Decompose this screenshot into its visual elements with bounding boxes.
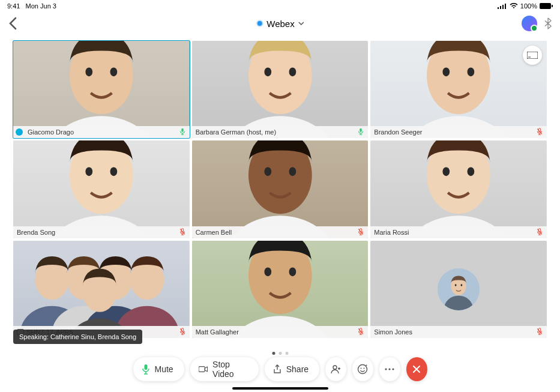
- avatar: [438, 268, 480, 310]
- stop-video-button[interactable]: Stop Video: [190, 357, 259, 381]
- meeting-toolbar: Mute Stop Video Share: [133, 357, 427, 381]
- mic-muted-icon: [357, 228, 364, 237]
- title-bar: Webex: [0, 12, 560, 35]
- svg-rect-1: [500, 6, 501, 9]
- bluetooth-icon[interactable]: [544, 17, 552, 29]
- svg-rect-76: [144, 364, 147, 370]
- participants-grid: Giacomo Drago Barbara German (host, me) …: [13, 41, 547, 338]
- participant-name: Giacomo Drago: [28, 128, 176, 136]
- recording-indicator-icon: [256, 20, 263, 27]
- layout-button[interactable]: [523, 46, 542, 65]
- status-date: Mon Jun 3: [26, 2, 56, 10]
- svg-point-78: [333, 366, 337, 369]
- participant-tile[interactable]: Brenda Song: [13, 140, 190, 238]
- svg-rect-0: [498, 7, 499, 9]
- stop-video-label: Stop Video: [212, 360, 248, 379]
- participant-tile[interactable]: Giacomo Drago: [13, 41, 190, 138]
- microphone-icon: [141, 364, 149, 375]
- svg-point-81: [364, 368, 365, 369]
- mic-muted-icon: [357, 328, 364, 336]
- participants-button[interactable]: [325, 357, 346, 381]
- participant-name: Maria Rossi: [374, 229, 534, 236]
- svg-point-84: [393, 368, 394, 370]
- svg-point-83: [389, 368, 391, 370]
- participant-name: Carmen Bell: [196, 229, 355, 236]
- reactions-button[interactable]: [352, 357, 373, 381]
- participant-name-bar: Maria Rossi: [370, 226, 547, 238]
- svg-point-18: [289, 67, 296, 76]
- svg-point-80: [361, 368, 362, 369]
- svg-point-37: [264, 167, 271, 176]
- share-icon: [273, 364, 282, 374]
- close-icon: [412, 365, 421, 373]
- battery-text: 100%: [520, 2, 537, 10]
- ellipsis-icon: [384, 368, 395, 370]
- svg-point-17: [264, 67, 271, 76]
- page-dot[interactable]: [272, 352, 275, 355]
- share-label: Share: [286, 364, 309, 374]
- participant-name-bar: Brenda Song: [13, 226, 190, 238]
- layout-icon: [527, 52, 538, 59]
- svg-rect-77: [199, 367, 205, 372]
- page-dot[interactable]: [278, 352, 282, 355]
- participant-name: Brenda Song: [17, 229, 176, 236]
- mic-on-icon: [357, 128, 364, 136]
- participant-name: Matt Gallagher: [196, 328, 355, 336]
- svg-rect-5: [552, 5, 553, 7]
- speaking-toast: Speaking: Catherine Sinu, Brenda Song: [13, 330, 142, 344]
- participant-tile[interactable]: Barbara German (host, me): [192, 41, 369, 138]
- svg-rect-13: [181, 128, 183, 132]
- participant-name-bar: Simon Jones: [370, 326, 547, 338]
- back-button[interactable]: [8, 17, 17, 30]
- participant-tile[interactable]: Carmen Bell: [192, 140, 369, 238]
- home-indicator[interactable]: [232, 387, 328, 390]
- mic-on-icon: [179, 128, 186, 136]
- participant-name: Simon Jones: [374, 328, 534, 336]
- participant-name-bar: Carmen Bell: [192, 226, 369, 238]
- svg-rect-19: [360, 128, 362, 132]
- svg-point-65: [264, 267, 271, 276]
- participant-name-bar: Giacomo Drago: [13, 126, 190, 138]
- status-time: 9:41: [7, 2, 20, 10]
- more-options-button[interactable]: [379, 357, 400, 381]
- share-button[interactable]: Share: [265, 357, 319, 381]
- smiley-icon: [357, 364, 368, 375]
- mic-muted-icon: [536, 128, 543, 136]
- participant-tile[interactable]: SHN7-17-APR5: [13, 241, 190, 338]
- svg-point-24: [468, 67, 475, 76]
- svg-point-23: [443, 67, 450, 76]
- svg-rect-2: [502, 5, 504, 9]
- webex-assistant-button[interactable]: [522, 16, 537, 31]
- meeting-title: Webex: [266, 19, 294, 29]
- participant-name: Brandon Seeger: [374, 128, 534, 136]
- svg-point-38: [289, 167, 296, 176]
- participant-tile[interactable]: Maria Rossi: [370, 140, 547, 238]
- meeting-title-dropdown[interactable]: Webex: [256, 19, 304, 29]
- svg-point-12: [110, 67, 118, 76]
- mute-button[interactable]: Mute: [133, 357, 184, 381]
- participant-tile[interactable]: Simon Jones: [370, 241, 547, 338]
- mic-muted-icon: [179, 328, 186, 336]
- svg-point-73: [461, 284, 463, 286]
- mute-label: Mute: [154, 364, 173, 374]
- svg-point-66: [289, 267, 296, 276]
- page-dot[interactable]: [285, 352, 288, 355]
- end-call-button[interactable]: [406, 357, 427, 381]
- page-indicator[interactable]: [272, 352, 288, 355]
- status-bar: 9:41 Mon Jun 3 100%: [0, 0, 560, 12]
- svg-rect-3: [505, 4, 506, 9]
- participant-name-bar: Brandon Seeger: [370, 126, 547, 138]
- svg-point-72: [455, 284, 457, 286]
- participants-icon: [331, 364, 342, 374]
- cellular-icon: [498, 3, 507, 9]
- svg-point-45: [468, 167, 475, 176]
- video-icon: [199, 366, 208, 373]
- svg-point-30: [85, 167, 92, 176]
- mic-muted-icon: [179, 228, 186, 237]
- svg-rect-4: [540, 3, 551, 9]
- participant-tile[interactable]: Brandon Seeger: [370, 41, 547, 138]
- participant-tile[interactable]: Matt Gallagher: [192, 241, 369, 338]
- svg-point-82: [385, 368, 387, 370]
- svg-point-79: [358, 365, 367, 374]
- svg-point-44: [443, 167, 450, 176]
